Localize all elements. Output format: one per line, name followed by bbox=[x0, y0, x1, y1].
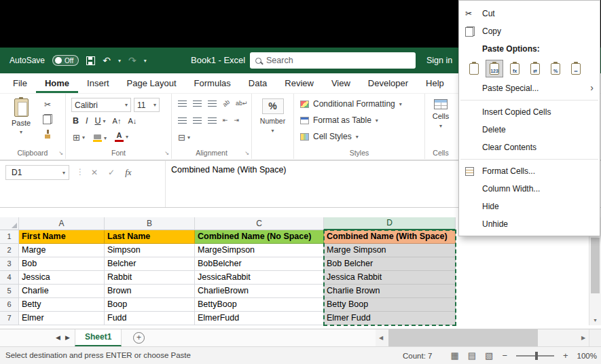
menu-item-insert-copied-cells[interactable]: Insert Copied Cells bbox=[459, 103, 600, 121]
increase-indent-button[interactable]: ⇥ bbox=[234, 117, 240, 124]
paste-option-link[interactable]: ∞ bbox=[567, 60, 585, 77]
borders-button[interactable]: ⊞ ▾ bbox=[73, 133, 85, 142]
italic-button[interactable]: I bbox=[86, 116, 88, 126]
align-top-button[interactable] bbox=[178, 101, 187, 107]
cell-D3[interactable]: Bob Belcher bbox=[324, 257, 456, 271]
cell-C3[interactable]: BobBelcher bbox=[195, 257, 324, 271]
menu-item-clear-contents[interactable]: Clear Contents bbox=[459, 139, 600, 156]
scroll-right-icon[interactable]: ▶ bbox=[578, 335, 589, 341]
tab-home[interactable]: Home bbox=[36, 73, 78, 93]
cell-A4[interactable]: Jessica bbox=[19, 271, 105, 285]
cell-C6[interactable]: BettyBoop bbox=[195, 298, 324, 312]
align-bottom-button[interactable] bbox=[208, 101, 217, 107]
paste-button[interactable]: Paste ▾ bbox=[5, 98, 37, 143]
cells-button[interactable]: Cells ▾ bbox=[425, 99, 456, 129]
paste-option-formatting[interactable]: % bbox=[547, 60, 564, 77]
column-header-d[interactable]: D bbox=[324, 217, 456, 230]
cancel-entry-icon[interactable]: ✕ bbox=[91, 168, 98, 177]
sheet-prev-icon[interactable]: ◀ bbox=[56, 329, 60, 346]
cell-D1[interactable]: Combined Name (With Space) bbox=[324, 230, 456, 244]
menu-item-copy[interactable]: Copy bbox=[459, 22, 600, 40]
menu-item-hide[interactable]: Hide bbox=[459, 198, 600, 215]
format-as-table-button[interactable]: Format as Table ▾ bbox=[300, 115, 378, 125]
font-name-select[interactable]: Calibri ▾ bbox=[71, 98, 131, 112]
column-header-c[interactable]: C bbox=[195, 217, 324, 230]
row-header-4[interactable]: 4 bbox=[0, 271, 19, 285]
column-header-a[interactable]: A bbox=[19, 217, 105, 230]
zoom-slider-thumb[interactable] bbox=[535, 352, 538, 360]
tab-insert[interactable]: Insert bbox=[78, 73, 118, 93]
normal-view-button[interactable]: ▦ bbox=[451, 351, 459, 360]
cell-styles-button[interactable]: Cell Styles ▾ bbox=[300, 132, 359, 141]
cell-B4[interactable]: Rabbit bbox=[105, 271, 195, 285]
copy-icon[interactable] bbox=[43, 114, 52, 124]
cell-C1[interactable]: Combined Name (No Space) bbox=[195, 230, 324, 244]
row-header-2[interactable]: 2 bbox=[0, 244, 19, 257]
tab-data[interactable]: Data bbox=[240, 73, 276, 93]
search-input[interactable] bbox=[266, 56, 410, 65]
conditional-formatting-button[interactable]: Conditional Formatting ▾ bbox=[300, 99, 402, 109]
cell-A1[interactable]: First Name bbox=[19, 230, 105, 244]
zoom-slider[interactable] bbox=[516, 355, 554, 357]
scroll-down-icon[interactable]: ▼ bbox=[589, 315, 601, 325]
cell-D7[interactable]: Elmer Fudd bbox=[324, 312, 456, 325]
cell-B2[interactable]: Simpson bbox=[105, 244, 195, 257]
cell-C2[interactable]: MargeSimpson bbox=[195, 244, 324, 257]
tab-page-layout[interactable]: Page Layout bbox=[118, 73, 185, 93]
decrease-indent-button[interactable]: ⇤ bbox=[223, 117, 228, 124]
increase-font-button[interactable]: A↑ bbox=[113, 117, 122, 125]
fill-color-button[interactable]: ▾ bbox=[93, 134, 107, 142]
menu-item-column-width[interactable]: Column Width... bbox=[459, 180, 600, 198]
tab-file[interactable]: File bbox=[4, 73, 36, 93]
cell-A5[interactable]: Charlie bbox=[19, 285, 105, 298]
font-color-button[interactable]: A ▾ bbox=[115, 132, 128, 142]
wrap-text-button[interactable]: ab↵ bbox=[236, 100, 248, 107]
new-sheet-button[interactable]: + bbox=[133, 332, 145, 344]
align-right-button[interactable] bbox=[208, 117, 217, 124]
paste-option-paste[interactable] bbox=[465, 60, 483, 77]
font-dialog-launcher-icon[interactable]: ↘ bbox=[164, 150, 169, 156]
tab-help[interactable]: Help bbox=[417, 73, 453, 93]
insert-function-icon[interactable]: fx bbox=[125, 167, 131, 178]
underline-button[interactable]: U ▾ bbox=[95, 116, 106, 126]
undo-icon[interactable]: ↶ bbox=[103, 56, 111, 65]
decrease-font-button[interactable]: A↓ bbox=[128, 117, 136, 125]
menu-item-unhide[interactable]: Unhide bbox=[459, 215, 600, 233]
sign-in-button[interactable]: Sign in bbox=[426, 48, 452, 73]
paste-option-transpose[interactable]: ⇄ bbox=[526, 60, 544, 77]
page-break-view-button[interactable]: ▧ bbox=[485, 351, 493, 360]
align-left-button[interactable] bbox=[178, 117, 187, 124]
alignment-dialog-launcher-icon[interactable]: ↘ bbox=[244, 150, 249, 156]
cell-C5[interactable]: CharlieBrown bbox=[195, 285, 324, 298]
tab-review[interactable]: Review bbox=[276, 73, 323, 93]
tab-developer[interactable]: Developer bbox=[359, 73, 417, 93]
align-middle-button[interactable] bbox=[193, 101, 202, 107]
menu-item-paste-special[interactable]: Paste Special... › bbox=[459, 79, 600, 97]
align-center-button[interactable] bbox=[193, 117, 202, 124]
cell-C7[interactable]: ElmerFudd bbox=[195, 312, 324, 325]
row-header-3[interactable]: 3 bbox=[0, 257, 19, 271]
font-size-select[interactable]: 11 ▾ bbox=[134, 98, 160, 112]
cell-B6[interactable]: Boop bbox=[105, 298, 195, 312]
orientation-button[interactable]: ab bbox=[221, 98, 231, 108]
number-format-button[interactable]: % Number ▾ bbox=[252, 98, 293, 134]
zoom-out-button[interactable]: − bbox=[502, 351, 507, 360]
horizontal-scroll-thumb[interactable] bbox=[388, 329, 538, 346]
cell-B1[interactable]: Last Name bbox=[105, 230, 195, 244]
cell-A6[interactable]: Betty bbox=[19, 298, 105, 312]
row-header-1[interactable]: 1 bbox=[0, 230, 19, 244]
format-painter-icon[interactable] bbox=[44, 130, 51, 139]
row-header-5[interactable]: 5 bbox=[0, 285, 19, 298]
column-header-b[interactable]: B bbox=[105, 217, 195, 230]
confirm-entry-icon[interactable]: ✓ bbox=[108, 168, 115, 177]
cell-A7[interactable]: Elmer bbox=[19, 312, 105, 325]
count-indicator[interactable]: Count: 7 bbox=[403, 352, 432, 360]
cell-C4[interactable]: JessicaRabbit bbox=[195, 271, 324, 285]
cell-A2[interactable]: Marge bbox=[19, 244, 105, 257]
paste-option-formulas[interactable]: fx bbox=[506, 60, 524, 77]
vertical-scroll-thumb[interactable] bbox=[591, 238, 600, 293]
menu-item-delete[interactable]: Delete bbox=[459, 121, 600, 139]
cell-D5[interactable]: Charlie Brown bbox=[324, 285, 456, 298]
clipboard-dialog-launcher-icon[interactable]: ↘ bbox=[58, 150, 63, 156]
menu-item-format-cells[interactable]: Format Cells... bbox=[459, 162, 600, 180]
